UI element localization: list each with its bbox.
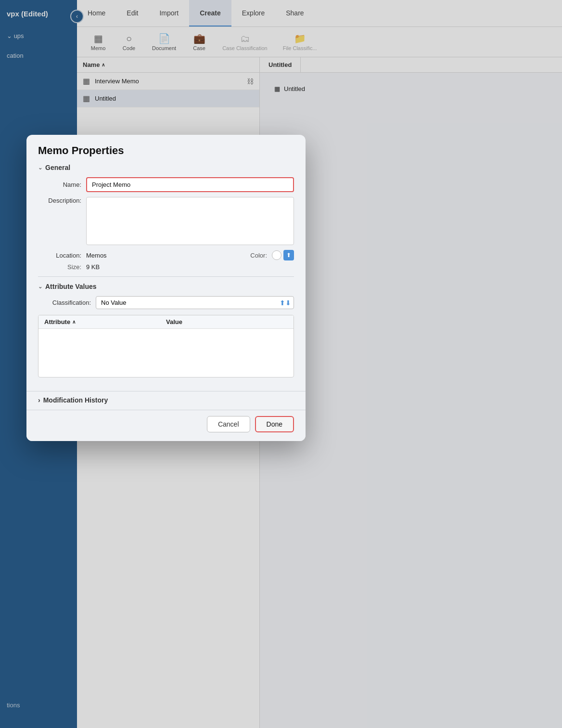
attr-col-value: Value bbox=[166, 318, 288, 325]
divider-1 bbox=[38, 276, 294, 277]
attr-chevron-icon: ⌄ bbox=[38, 284, 42, 290]
classification-label: Classification: bbox=[38, 299, 96, 306]
attribute-values-header: ⌄ Attribute Values bbox=[38, 283, 294, 290]
memo-properties-modal: Memo Properties ⌄ General Name: Descript… bbox=[26, 135, 306, 441]
name-label: Name: bbox=[38, 181, 86, 188]
color-stepper[interactable]: ⬆ bbox=[283, 250, 294, 260]
size-value: 9 KB bbox=[86, 263, 100, 271]
location-row: Location: Memos Color: ⬆ bbox=[38, 250, 294, 260]
attr-table-header: Attribute ∧ Value bbox=[38, 315, 294, 329]
modal-body: ⌄ General Name: Description: Location: M… bbox=[26, 162, 306, 391]
description-field-row: Description: bbox=[38, 197, 294, 245]
attribute-table: Attribute ∧ Value bbox=[38, 315, 294, 377]
classification-select[interactable]: No Value bbox=[96, 296, 294, 309]
mod-history-chevron-icon: › bbox=[38, 396, 40, 404]
classification-row: Classification: No Value ⬆⬇ bbox=[38, 296, 294, 309]
attribute-values-label: Attribute Values bbox=[45, 283, 97, 290]
general-section-label: General bbox=[45, 164, 70, 171]
color-label: Color: bbox=[250, 252, 267, 259]
modal-title: Memo Properties bbox=[26, 135, 306, 162]
cancel-button[interactable]: Cancel bbox=[207, 416, 250, 432]
general-section-header: ⌄ General bbox=[38, 164, 294, 171]
description-textarea[interactable] bbox=[86, 197, 294, 245]
description-label: Description: bbox=[38, 197, 86, 204]
location-value: Memos bbox=[86, 252, 107, 259]
attr-table-body bbox=[38, 329, 294, 377]
location-label: Location: bbox=[38, 252, 86, 259]
attr-col-attribute: Attribute ∧ bbox=[44, 318, 166, 325]
modification-history-section: › Modification History bbox=[26, 391, 306, 410]
name-field-row: Name: bbox=[38, 177, 294, 192]
color-swatch[interactable] bbox=[272, 250, 281, 260]
classification-select-wrapper: No Value ⬆⬇ bbox=[96, 296, 294, 309]
name-input[interactable] bbox=[86, 177, 294, 192]
size-row: Size: 9 KB bbox=[38, 263, 294, 271]
modal-footer: Cancel Done bbox=[26, 410, 306, 441]
attr-sort-icon[interactable]: ∧ bbox=[72, 319, 76, 325]
size-label: Size: bbox=[38, 263, 86, 271]
modification-history-label: Modification History bbox=[43, 396, 108, 404]
modification-history-header[interactable]: › Modification History bbox=[38, 396, 294, 404]
done-button[interactable]: Done bbox=[255, 416, 294, 432]
general-chevron-icon: ⌄ bbox=[38, 165, 42, 171]
